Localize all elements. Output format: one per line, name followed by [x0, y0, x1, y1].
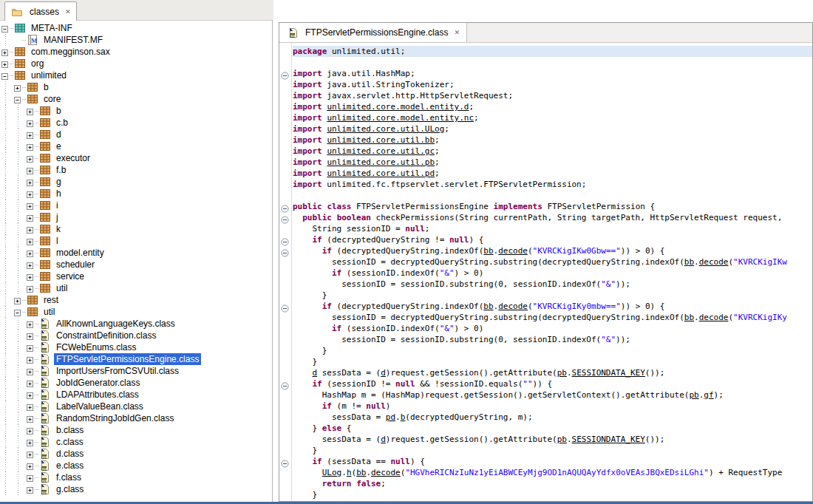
tree-item[interactable]: f.b	[0, 164, 272, 176]
code-link[interactable]: unlimited.core.util.pb	[327, 157, 435, 167]
tree-item[interactable]: MMANIFEST.MF	[0, 34, 272, 46]
tree-item[interactable]: i	[0, 200, 272, 211]
fold-collapse-icon[interactable]	[281, 380, 289, 388]
code-link[interactable]: SESSIONDATA_KEY	[572, 435, 645, 444]
code-link[interactable]: h	[347, 468, 352, 477]
fold-collapse-icon[interactable]	[281, 247, 289, 255]
expand-icon[interactable]	[27, 119, 35, 127]
tree-item[interactable]: d	[0, 129, 272, 140]
expand-icon[interactable]	[27, 249, 35, 257]
code-link[interactable]: d	[381, 435, 386, 444]
expand-icon[interactable]	[27, 273, 35, 281]
fold-collapse-icon[interactable]	[281, 457, 289, 466]
code-link[interactable]: pb	[557, 435, 567, 444]
tree-item[interactable]: j	[0, 211, 272, 223]
tree-item[interactable]: com.megginson.sax	[0, 46, 272, 58]
code-link[interactable]: unlimited.core.model.entity.nc	[327, 113, 474, 123]
tree-item[interactable]: 010c.class	[0, 436, 272, 448]
code-link[interactable]: decode	[498, 302, 528, 311]
close-icon[interactable]: ✕	[65, 8, 71, 16]
fold-collapse-icon[interactable]	[281, 236, 289, 244]
tab-classes[interactable]: classes ✕	[4, 1, 77, 21]
tree-item[interactable]: 010e.class	[0, 460, 272, 471]
tree-item[interactable]: 010ImportUsersFromCSVUtil.class	[0, 365, 272, 377]
tree-item[interactable]: 010LabelValueBean.class	[0, 401, 272, 412]
tree-item[interactable]: 010FTPServletPermissionsEngine.class	[0, 353, 272, 365]
code-link[interactable]: bb	[356, 468, 366, 477]
tree-item[interactable]: 010f.class	[0, 471, 272, 483]
expand-icon[interactable]	[27, 285, 35, 293]
close-icon[interactable]: ✕	[454, 29, 460, 36]
code-link[interactable]: pb	[689, 390, 698, 400]
expand-icon[interactable]	[27, 426, 35, 435]
expand-icon[interactable]	[27, 391, 35, 399]
fold-collapse-icon[interactable]	[281, 302, 289, 310]
code-link[interactable]: d	[381, 368, 386, 378]
tree-item[interactable]: e	[0, 140, 272, 152]
expand-icon[interactable]	[27, 462, 35, 470]
code-link[interactable]: decode	[699, 313, 729, 322]
tree-item[interactable]: 010g.class	[0, 483, 272, 495]
fold-collapse-icon[interactable]	[281, 69, 289, 78]
tree-item[interactable]: k	[0, 223, 272, 235]
collapse-icon[interactable]	[14, 308, 22, 316]
tree-item[interactable]: 010ConstraintDefinition.class	[0, 330, 272, 341]
expand-icon[interactable]	[27, 154, 35, 163]
code-link[interactable]: bb	[483, 246, 493, 256]
expand-icon[interactable]	[1, 60, 10, 68]
code-link[interactable]: unlimited.core.util.gc	[327, 146, 435, 156]
code-link[interactable]: bb	[684, 257, 694, 267]
code-link[interactable]: unlimited.core.util.bb	[327, 135, 435, 145]
tree-item[interactable]: b	[0, 81, 272, 93]
tree-item[interactable]: g	[0, 176, 272, 188]
expand-icon[interactable]	[1, 48, 10, 56]
collapse-icon[interactable]	[1, 72, 10, 80]
code-link[interactable]: unlimited.core.util.pd	[327, 168, 435, 178]
fold-collapse-icon[interactable]	[281, 214, 289, 222]
tree-item[interactable]: 010FCWebEnums.class	[0, 341, 272, 353]
collapse-icon[interactable]	[14, 95, 22, 103]
expand-icon[interactable]	[27, 344, 35, 352]
code-link[interactable]: pd	[386, 412, 395, 422]
code-link[interactable]: ULog	[322, 468, 342, 477]
code-link[interactable]: decode	[371, 468, 401, 477]
tree-item[interactable]: 010RandomStringJobIdGen.class	[0, 412, 272, 424]
code-link[interactable]: SESSIONDATA_KEY	[572, 368, 645, 378]
collapse-icon[interactable]	[1, 24, 10, 33]
tree-item[interactable]: b	[0, 105, 272, 117]
tree-item[interactable]: executor	[0, 152, 272, 164]
tree-item[interactable]: scheduler	[0, 259, 272, 270]
expand-icon[interactable]	[27, 166, 35, 174]
expand-icon[interactable]	[14, 84, 22, 92]
expand-icon[interactable]	[27, 320, 35, 328]
expand-icon[interactable]	[27, 486, 35, 494]
expand-icon[interactable]	[27, 214, 35, 222]
expand-icon[interactable]	[27, 107, 35, 115]
tree-item[interactable]: 010AllKnownLanguageKeys.class	[0, 318, 272, 330]
code-link[interactable]: unlimited.core.model.entity.d	[327, 102, 469, 112]
tree-item[interactable]: 010d.class	[0, 448, 272, 460]
expand-icon[interactable]	[27, 202, 35, 210]
tree-item[interactable]: org	[0, 58, 272, 69]
fold-collapse-icon[interactable]	[281, 202, 289, 211]
expand-icon[interactable]	[27, 178, 35, 186]
code-link[interactable]: bb	[483, 302, 493, 311]
expand-icon[interactable]	[27, 379, 35, 387]
expand-icon[interactable]	[27, 332, 35, 340]
code-link[interactable]: unlimited.core.util.ULog	[327, 124, 444, 134]
tree-item[interactable]: util	[0, 306, 272, 318]
tree-item[interactable]: c.b	[0, 117, 272, 129]
expand-icon[interactable]	[27, 261, 35, 269]
tree-item[interactable]: META-INF	[0, 22, 272, 34]
tab-editor-file[interactable]: 010 FTPServletPermissionsEngine.class ✕	[279, 23, 467, 42]
tree-item[interactable]: 010JobIdGenerator.class	[0, 377, 272, 389]
tree-item[interactable]: 010LDAPAttributes.class	[0, 389, 272, 401]
tree-item[interactable]: rest	[0, 294, 272, 306]
expand-icon[interactable]	[27, 225, 35, 234]
expand-icon[interactable]	[27, 367, 35, 375]
expand-icon[interactable]	[27, 415, 35, 423]
code-link[interactable]: bb	[684, 313, 694, 322]
code-link[interactable]: pb	[557, 368, 567, 378]
code-link[interactable]: decode	[498, 246, 528, 256]
expand-icon[interactable]	[27, 131, 35, 139]
